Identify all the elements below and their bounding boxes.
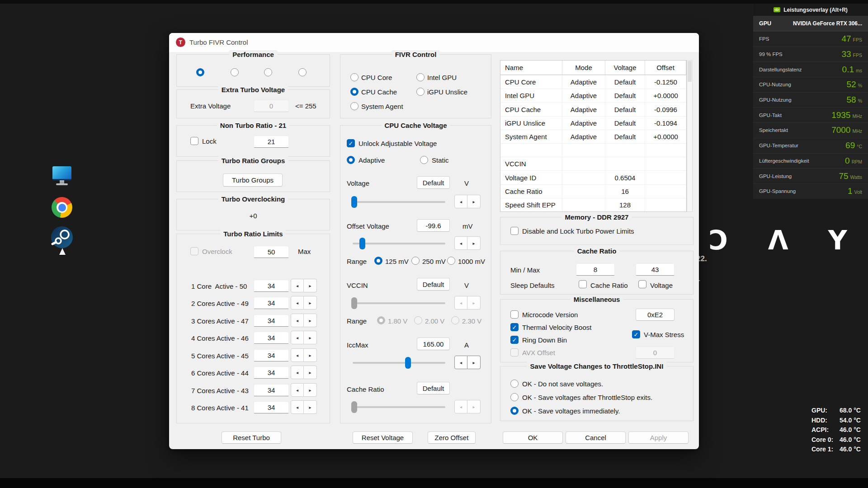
- range-125mv-radio[interactable]: [374, 257, 382, 265]
- this-pc-icon[interactable]: [52, 166, 72, 186]
- cache-ratio-max-input[interactable]: 43: [636, 263, 675, 276]
- spin-right-icon[interactable]: ▸: [467, 195, 481, 208]
- spin-right-icon[interactable]: ▸: [467, 356, 481, 369]
- cpu-core-radio[interactable]: [350, 73, 359, 81]
- overlay-stats: FPS 47FPS 99 % FPS 33FPS Darstellungslat…: [753, 31, 868, 199]
- voltage-spinner[interactable]: ◂▸: [454, 195, 481, 208]
- cache-ratio-default-button[interactable]: Default: [417, 382, 450, 394]
- spin-left-icon[interactable]: ◂: [291, 348, 304, 362]
- spin-left-icon[interactable]: ◂: [454, 195, 467, 208]
- vccin-default-button[interactable]: Default: [417, 278, 450, 291]
- lock-checkbox[interactable]: [190, 137, 198, 145]
- voltage-slider-track[interactable]: [353, 201, 445, 203]
- spin-right-icon[interactable]: ▸: [304, 331, 317, 344]
- iccmax-spinner[interactable]: ◂▸: [454, 356, 481, 369]
- core-ratio-spinner[interactable]: ◂▸: [291, 366, 317, 379]
- temp-value: 46.0 °C: [840, 445, 868, 455]
- offset-voltage-value[interactable]: -99.6: [417, 219, 450, 232]
- performance-radio-2[interactable]: [231, 68, 239, 76]
- cpu-cache-radio[interactable]: [350, 88, 359, 96]
- cache-ratio-min-input[interactable]: 8: [576, 263, 615, 276]
- core-ratio-spinner[interactable]: ◂▸: [291, 296, 317, 310]
- core-ratio-spinner[interactable]: ◂▸: [291, 279, 317, 292]
- turbo-groups-button[interactable]: Turbo Groups: [223, 174, 283, 187]
- spin-left-icon[interactable]: ◂: [291, 331, 304, 344]
- core-ratio-input[interactable]: 34: [254, 401, 289, 413]
- core-ratio-input[interactable]: 34: [254, 332, 289, 344]
- spin-right-icon[interactable]: ▸: [304, 400, 317, 414]
- chrome-icon[interactable]: [52, 197, 72, 218]
- unlock-voltage-checkbox[interactable]: ✓: [347, 139, 355, 147]
- core-ratio-row: 5 Cores Active - 45 34 ◂▸: [177, 349, 330, 363]
- save-option-1-radio[interactable]: [510, 380, 519, 388]
- core-ratio-spinner[interactable]: ◂▸: [291, 400, 317, 414]
- table-cell-name: CPU Core: [500, 75, 562, 89]
- cancel-button[interactable]: Cancel: [566, 432, 626, 444]
- steam-icon[interactable]: [51, 226, 73, 249]
- save-option-2-radio[interactable]: [510, 393, 519, 401]
- reset-voltage-button[interactable]: Reset Voltage: [353, 432, 413, 444]
- spin-right-icon[interactable]: ▸: [304, 296, 317, 310]
- microcode-checkbox[interactable]: [510, 310, 519, 319]
- iccmax-slider-thumb[interactable]: [405, 357, 411, 369]
- voltage-default-button[interactable]: Default: [417, 176, 450, 189]
- title-bar[interactable]: T Turbo FIVR Control ✕: [169, 33, 699, 52]
- core-ratio-spinner[interactable]: ◂▸: [291, 348, 317, 362]
- disable-turbo-power-checkbox[interactable]: [510, 227, 519, 235]
- core-ratio-input[interactable]: 34: [254, 280, 289, 292]
- sleep-voltage-checkbox[interactable]: [638, 280, 646, 288]
- save-option-3-radio[interactable]: [510, 407, 519, 415]
- core-ratio-input[interactable]: 34: [254, 349, 289, 361]
- spin-left-icon[interactable]: ◂: [291, 366, 304, 379]
- non-turbo-ratio-input[interactable]: 21: [254, 136, 289, 148]
- table-cell-offset: [645, 157, 686, 170]
- core-ratio-spinner[interactable]: ◂▸: [291, 314, 317, 327]
- igpu-unslice-radio[interactable]: [416, 88, 425, 96]
- spin-left-icon[interactable]: ◂: [454, 356, 467, 369]
- thermal-velocity-boost-checkbox[interactable]: ✓: [510, 323, 519, 331]
- core-ratio-input[interactable]: 34: [254, 366, 289, 379]
- system-agent-radio[interactable]: [350, 102, 359, 110]
- performance-radio-1[interactable]: [196, 68, 204, 76]
- spin-left-icon[interactable]: ◂: [291, 400, 304, 414]
- ok-button[interactable]: OK: [503, 432, 563, 444]
- vmax-stress-checkbox[interactable]: ✓: [632, 330, 640, 338]
- overlay-stat-row: GPU-Takt 1935MHz: [753, 107, 868, 122]
- core-ratio-spinner[interactable]: ◂▸: [291, 383, 317, 397]
- performance-radio-4[interactable]: [298, 68, 307, 76]
- spin-right-icon[interactable]: ▸: [304, 383, 317, 397]
- core-ratio-input[interactable]: 34: [254, 297, 289, 309]
- adaptive-radio[interactable]: [347, 156, 355, 164]
- spin-left-icon[interactable]: ◂: [291, 314, 304, 327]
- range-250mv-radio[interactable]: [411, 257, 420, 265]
- spin-right-icon[interactable]: ▸: [304, 314, 317, 327]
- table-scrollbar[interactable]: [687, 60, 693, 212]
- offset-slider-track[interactable]: [353, 243, 445, 244]
- spin-right-icon[interactable]: ▸: [304, 279, 317, 292]
- spin-left-icon[interactable]: ◂: [291, 296, 304, 310]
- scrollbar-thumb[interactable]: [688, 61, 692, 82]
- iccmax-slider-track[interactable]: [353, 362, 445, 364]
- range-1000mv-radio[interactable]: [447, 257, 455, 265]
- intel-gpu-radio[interactable]: [416, 73, 425, 81]
- offset-spinner[interactable]: ◂▸: [454, 236, 481, 250]
- static-radio[interactable]: [420, 156, 428, 164]
- overlay-stat-row: CPU-Nutzung 52%: [753, 77, 868, 92]
- core-ratio-spinner[interactable]: ◂▸: [291, 331, 317, 344]
- iccmax-value[interactable]: 165.00: [417, 338, 450, 350]
- sleep-cache-ratio-checkbox[interactable]: [579, 280, 587, 288]
- reset-turbo-button[interactable]: Reset Turbo: [222, 432, 281, 444]
- core-ratio-input[interactable]: 34: [254, 314, 289, 327]
- spin-right-icon[interactable]: ▸: [304, 348, 317, 362]
- spin-left-icon[interactable]: ◂: [291, 279, 304, 292]
- performance-radio-3[interactable]: [264, 68, 272, 76]
- voltage-slider-thumb[interactable]: [351, 196, 357, 208]
- zero-offset-button[interactable]: Zero Offset: [428, 432, 476, 444]
- spin-left-icon[interactable]: ◂: [454, 236, 467, 250]
- core-ratio-input[interactable]: 34: [254, 384, 289, 396]
- offset-slider-thumb[interactable]: [359, 238, 365, 249]
- spin-right-icon[interactable]: ▸: [304, 366, 317, 379]
- spin-left-icon[interactable]: ◂: [291, 383, 304, 397]
- spin-right-icon[interactable]: ▸: [467, 236, 481, 250]
- ring-down-bin-checkbox[interactable]: ✓: [510, 336, 519, 344]
